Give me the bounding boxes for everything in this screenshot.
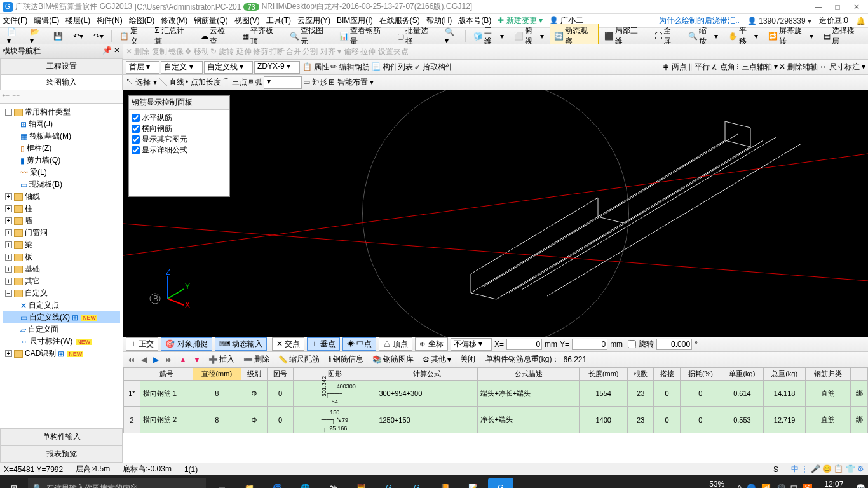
rebar-info-button[interactable]: ℹ 钢筋信息 (326, 354, 366, 365)
note-icon[interactable]: 📝 (460, 478, 485, 488)
delete-button[interactable]: ✕ 删除 (126, 46, 149, 57)
move-button[interactable]: ✥ 移动 (185, 46, 208, 57)
nav-prev[interactable]: ◀ (140, 355, 148, 364)
ppt-icon[interactable]: 📙 (432, 478, 458, 488)
rotate-check[interactable] (628, 340, 636, 348)
nav-last[interactable]: ⏭ (164, 355, 174, 364)
tray-ime-icon[interactable]: 中 (790, 483, 798, 489)
scale-button[interactable]: 📏 缩尺配筋 (276, 354, 322, 365)
app1-icon[interactable]: G (376, 478, 402, 488)
new-file-button[interactable]: 📄▾ (3, 25, 24, 47)
tray-up-icon[interactable]: ^ (738, 484, 742, 488)
rect-tool[interactable]: ▭ 矩形 (303, 77, 327, 88)
nav-down[interactable]: ▼ (192, 355, 202, 364)
code-combo[interactable]: ZDYX-9 ▾ (254, 61, 300, 74)
component-tree[interactable]: −常用构件类型 ⊞轴网(J) ▦筏板基础(M) ▯框柱(Z) ▮剪力墙(Q) 〰… (0, 104, 123, 428)
spiral-icon[interactable]: 🌀 (264, 478, 290, 488)
redo-button[interactable]: ↷▾ (89, 30, 108, 43)
save-button[interactable]: 💾 (49, 30, 67, 43)
status-ime-icons[interactable]: 中 ⋮ 🎤 😊 📋 👕 ⚙ (791, 464, 864, 475)
obj-snap-button[interactable]: 🎯 对象捕捉 (161, 337, 212, 351)
ortho-button[interactable]: ⊥ 正交 (126, 337, 158, 351)
break-button[interactable]: 打断 (269, 46, 285, 57)
vertex-button[interactable]: △ 顶点 (379, 337, 412, 351)
menu-edit[interactable]: 编辑(E) (34, 15, 59, 26)
twopt-button[interactable]: ⋕ 两点 (663, 62, 686, 72)
copy-button[interactable]: 复制 (152, 46, 167, 57)
type-combo[interactable]: 自定义线 ▾ (204, 61, 253, 74)
other-button[interactable]: ⚙ 其他 ▾ (420, 354, 454, 365)
y-input[interactable] (572, 339, 607, 350)
dyn-input-button[interactable]: ⌨ 动态输入 (215, 337, 267, 351)
nav-first[interactable]: ⏮ (126, 355, 136, 364)
viewport[interactable]: 钢筋显示控制面板 水平纵筋 横向钢筋 显示其它图元 显示详细公式 (123, 90, 868, 337)
cat-combo[interactable]: 自定义 ▾ (161, 61, 202, 74)
app2-icon[interactable]: G (404, 478, 430, 488)
floor-combo[interactable]: 首层 ▾ (126, 61, 159, 74)
offset-combo[interactable]: 不偏移 ▾ (451, 338, 492, 351)
tray-sogou-icon[interactable]: S (803, 484, 812, 488)
bin-button[interactable]: 🔍▾ (440, 25, 462, 47)
panel-pin-icon[interactable]: 📌 ✕ (102, 46, 120, 57)
folder-icon[interactable]: 📁 (236, 478, 262, 488)
tree-collapse-icon[interactable]: ⁻⁻ (12, 92, 20, 101)
menu-floor[interactable]: 楼层(L) (65, 15, 90, 26)
parallel-button[interactable]: ∥ 平行 (688, 62, 710, 72)
tab-project-setting[interactable]: 工程设置 (0, 58, 123, 74)
dim-mark-button[interactable]: ↔ 尺寸标注 ▾ (819, 62, 865, 72)
attr-button[interactable]: 📋 属性 (302, 62, 329, 72)
coord-button[interactable]: ⊕ 坐标 (415, 337, 447, 351)
delete-row-button[interactable]: ➖ 删除 (241, 354, 272, 365)
ggj-icon[interactable]: G (488, 478, 513, 488)
draw-misc-combo[interactable]: ▾ (264, 76, 302, 89)
offset-button[interactable]: 偏移 (344, 46, 359, 57)
x-input[interactable] (506, 339, 542, 350)
nav-up[interactable]: ▲ (178, 355, 188, 364)
delaux-button[interactable]: ✕ 删除辅轴 (779, 62, 818, 72)
notif-icon[interactable]: 💬 (856, 484, 865, 488)
comp-list-button[interactable]: 📃 构件列表 (371, 62, 413, 72)
merge-button[interactable]: 合并 (286, 46, 301, 57)
store-icon[interactable]: 🛍 (320, 478, 346, 488)
rebar-grid[interactable]: 筋号 直径(mm) 级别 图号 图形 计算公式 公式描述 长度(mm) 根数 搭… (123, 367, 868, 463)
close-grid-button[interactable]: 关闭 (458, 354, 478, 365)
tray-net-icon[interactable]: 🔵 (747, 484, 756, 488)
trim-button[interactable]: 修剪 (253, 46, 268, 57)
undo-button[interactable]: ↶▾ (69, 30, 88, 43)
arc3-tool[interactable]: ⌒ 三点画弧 (222, 77, 262, 88)
rebar-lib-button[interactable]: 📚 钢筋图库 (370, 354, 416, 365)
ime-indicator[interactable]: S (773, 465, 778, 474)
smart-tool[interactable]: ⊞ 智能布置 ▾ (329, 77, 374, 88)
mirror-button[interactable]: 镜像 (168, 46, 184, 57)
select-tool[interactable]: ↖ 选择 ▾ (126, 77, 157, 88)
tab-report-preview[interactable]: 报表预览 (0, 445, 123, 463)
taskbar-search[interactable]: 🔍 在这里输入你要搜索的内容 (28, 478, 206, 488)
line-tool[interactable]: ╲ 直线 (159, 77, 184, 88)
tray-wifi-icon[interactable]: 📶 (761, 484, 771, 488)
extend-button[interactable]: 延伸 (236, 46, 252, 57)
start-button[interactable]: ⊞ (3, 478, 25, 488)
nav-next[interactable]: ▶ (152, 355, 160, 364)
tray-vol-icon[interactable]: 🔊 (776, 484, 785, 488)
inter-button[interactable]: ✕ 交点 (272, 337, 304, 351)
tab-draw-input[interactable]: 绘图输入 (0, 74, 123, 90)
rotate-button[interactable]: ↻ 旋转 (210, 46, 234, 57)
stretch-button[interactable]: 拉伸 (360, 46, 376, 57)
perp-button[interactable]: ⊥ 垂点 (307, 337, 339, 351)
task-view-icon[interactable]: ▭ (208, 478, 234, 488)
edit-rebar-button[interactable]: ✏ 编辑钢筋 (330, 62, 369, 72)
menu-file[interactable]: 文件(F) (3, 15, 27, 26)
align-button[interactable]: 对齐 ▾ (320, 46, 341, 57)
rotate-input[interactable] (656, 339, 692, 350)
tab-single-component[interactable]: 单构件输入 (0, 428, 123, 445)
angle-button[interactable]: ∡ 点角 (711, 62, 735, 72)
open-file-button[interactable]: 📂▾ (25, 25, 47, 47)
addlen-tool[interactable]: • 点加长度 (186, 77, 221, 88)
max-button[interactable]: □ (829, 3, 846, 11)
mid-button[interactable]: ◈ 中点 (342, 337, 376, 351)
close-button[interactable]: ✕ (848, 3, 865, 11)
insert-row-button[interactable]: ➕ 插入 (206, 354, 237, 365)
threeaux-button[interactable]: ⁝ 三点辅轴 ▾ (736, 62, 778, 72)
tree-expand-icon[interactable]: ⁺⁻ (2, 92, 10, 101)
calc-icon[interactable]: 🧮 (348, 478, 374, 488)
